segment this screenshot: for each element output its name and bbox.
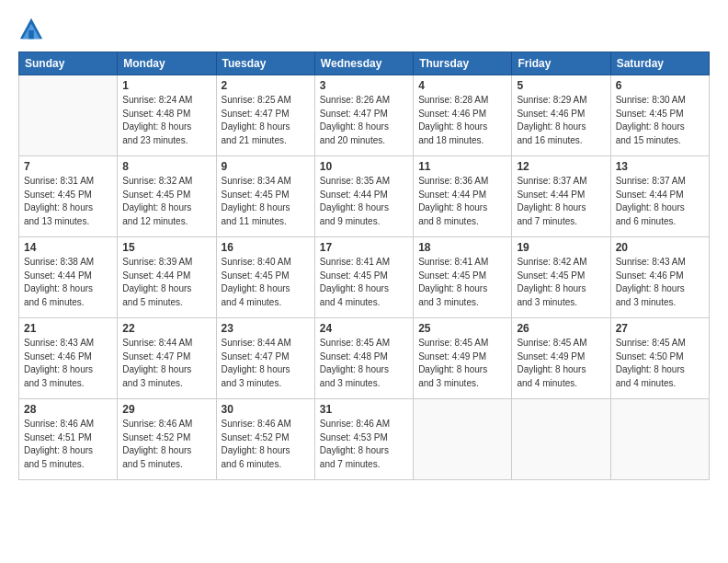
- day-info: Sunrise: 8:44 AM Sunset: 4:47 PM Dayligh…: [122, 337, 210, 390]
- day-info: Sunrise: 8:38 AM Sunset: 4:44 PM Dayligh…: [24, 256, 112, 309]
- calendar-cell: [512, 399, 610, 480]
- calendar-cell: 15Sunrise: 8:39 AM Sunset: 4:44 PM Dayli…: [118, 237, 216, 318]
- day-info: Sunrise: 8:45 AM Sunset: 4:49 PM Dayligh…: [418, 337, 506, 390]
- calendar-cell: 14Sunrise: 8:38 AM Sunset: 4:44 PM Dayli…: [19, 237, 118, 318]
- day-number: 4: [418, 79, 506, 92]
- calendar-cell: 3Sunrise: 8:26 AM Sunset: 4:47 PM Daylig…: [314, 75, 413, 156]
- calendar-cell: 29Sunrise: 8:46 AM Sunset: 4:52 PM Dayli…: [118, 399, 216, 480]
- day-info: Sunrise: 8:39 AM Sunset: 4:44 PM Dayligh…: [122, 256, 210, 309]
- calendar-cell: 10Sunrise: 8:35 AM Sunset: 4:44 PM Dayli…: [314, 156, 413, 237]
- calendar-cell: 6Sunrise: 8:30 AM Sunset: 4:45 PM Daylig…: [610, 75, 709, 156]
- weekday-header-row: SundayMondayTuesdayWednesdayThursdayFrid…: [19, 52, 710, 75]
- calendar-cell: 17Sunrise: 8:41 AM Sunset: 4:45 PM Dayli…: [314, 237, 413, 318]
- calendar-cell: 26Sunrise: 8:45 AM Sunset: 4:49 PM Dayli…: [512, 318, 610, 399]
- day-number: 16: [222, 241, 310, 254]
- day-info: Sunrise: 8:36 AM Sunset: 4:44 PM Dayligh…: [418, 175, 506, 228]
- day-number: 30: [222, 403, 310, 416]
- calendar-cell: 12Sunrise: 8:37 AM Sunset: 4:44 PM Dayli…: [512, 156, 610, 237]
- weekday-header-wednesday: Wednesday: [314, 52, 413, 75]
- calendar-cell: 2Sunrise: 8:25 AM Sunset: 4:47 PM Daylig…: [216, 75, 314, 156]
- day-number: 9: [222, 160, 310, 173]
- day-info: Sunrise: 8:28 AM Sunset: 4:46 PM Dayligh…: [418, 94, 506, 147]
- day-number: 2: [222, 79, 310, 92]
- day-info: Sunrise: 8:37 AM Sunset: 4:44 PM Dayligh…: [517, 175, 605, 228]
- page: SundayMondayTuesdayWednesdayThursdayFrid…: [0, 0, 728, 563]
- day-info: Sunrise: 8:46 AM Sunset: 4:53 PM Dayligh…: [320, 418, 408, 471]
- day-info: Sunrise: 8:43 AM Sunset: 4:46 PM Dayligh…: [616, 256, 704, 309]
- calendar-cell: 22Sunrise: 8:44 AM Sunset: 4:47 PM Dayli…: [118, 318, 216, 399]
- calendar-cell: 21Sunrise: 8:43 AM Sunset: 4:46 PM Dayli…: [19, 318, 118, 399]
- day-number: 22: [122, 322, 210, 335]
- day-info: Sunrise: 8:25 AM Sunset: 4:47 PM Dayligh…: [222, 94, 310, 147]
- day-info: Sunrise: 8:35 AM Sunset: 4:44 PM Dayligh…: [320, 175, 408, 228]
- calendar-cell: 25Sunrise: 8:45 AM Sunset: 4:49 PM Dayli…: [414, 318, 512, 399]
- day-number: 11: [418, 160, 506, 173]
- day-number: 25: [418, 322, 506, 335]
- header: [18, 17, 710, 42]
- weekday-header-saturday: Saturday: [610, 52, 709, 75]
- day-number: 18: [418, 241, 506, 254]
- day-number: 21: [24, 322, 112, 335]
- day-info: Sunrise: 8:46 AM Sunset: 4:52 PM Dayligh…: [222, 418, 310, 471]
- day-number: 8: [122, 160, 210, 173]
- calendar-cell: 27Sunrise: 8:45 AM Sunset: 4:50 PM Dayli…: [610, 318, 709, 399]
- day-info: Sunrise: 8:45 AM Sunset: 4:50 PM Dayligh…: [616, 337, 704, 390]
- day-number: 27: [616, 322, 704, 335]
- day-number: 14: [24, 241, 112, 254]
- day-info: Sunrise: 8:32 AM Sunset: 4:45 PM Dayligh…: [122, 175, 210, 228]
- calendar-cell: 30Sunrise: 8:46 AM Sunset: 4:52 PM Dayli…: [216, 399, 314, 480]
- week-row-3: 21Sunrise: 8:43 AM Sunset: 4:46 PM Dayli…: [19, 318, 710, 399]
- week-row-1: 7Sunrise: 8:31 AM Sunset: 4:45 PM Daylig…: [19, 156, 710, 237]
- week-row-4: 28Sunrise: 8:46 AM Sunset: 4:51 PM Dayli…: [19, 399, 710, 480]
- logo: [18, 17, 48, 42]
- calendar-cell: 11Sunrise: 8:36 AM Sunset: 4:44 PM Dayli…: [414, 156, 512, 237]
- calendar-cell: 7Sunrise: 8:31 AM Sunset: 4:45 PM Daylig…: [19, 156, 118, 237]
- calendar-cell: 24Sunrise: 8:45 AM Sunset: 4:48 PM Dayli…: [314, 318, 413, 399]
- calendar-cell: 18Sunrise: 8:41 AM Sunset: 4:45 PM Dayli…: [414, 237, 512, 318]
- weekday-header-tuesday: Tuesday: [216, 52, 314, 75]
- calendar-cell: 23Sunrise: 8:44 AM Sunset: 4:47 PM Dayli…: [216, 318, 314, 399]
- calendar-cell: 1Sunrise: 8:24 AM Sunset: 4:48 PM Daylig…: [118, 75, 216, 156]
- day-number: 12: [517, 160, 605, 173]
- day-number: 24: [320, 322, 408, 335]
- day-info: Sunrise: 8:40 AM Sunset: 4:45 PM Dayligh…: [222, 256, 310, 309]
- day-info: Sunrise: 8:31 AM Sunset: 4:45 PM Dayligh…: [24, 175, 112, 228]
- weekday-header-friday: Friday: [512, 52, 610, 75]
- logo-icon: [18, 17, 44, 42]
- day-number: 17: [320, 241, 408, 254]
- day-info: Sunrise: 8:30 AM Sunset: 4:45 PM Dayligh…: [616, 94, 704, 147]
- weekday-header-monday: Monday: [118, 52, 216, 75]
- day-info: Sunrise: 8:46 AM Sunset: 4:51 PM Dayligh…: [24, 418, 112, 471]
- calendar-cell: 20Sunrise: 8:43 AM Sunset: 4:46 PM Dayli…: [610, 237, 709, 318]
- day-info: Sunrise: 8:37 AM Sunset: 4:44 PM Dayligh…: [616, 175, 704, 228]
- day-info: Sunrise: 8:24 AM Sunset: 4:48 PM Dayligh…: [122, 94, 210, 147]
- day-info: Sunrise: 8:43 AM Sunset: 4:46 PM Dayligh…: [24, 337, 112, 390]
- day-number: 6: [616, 79, 704, 92]
- calendar-cell: [19, 75, 118, 156]
- calendar-cell: 19Sunrise: 8:42 AM Sunset: 4:45 PM Dayli…: [512, 237, 610, 318]
- day-info: Sunrise: 8:42 AM Sunset: 4:45 PM Dayligh…: [517, 256, 605, 309]
- day-number: 28: [24, 403, 112, 416]
- calendar-table: SundayMondayTuesdayWednesdayThursdayFrid…: [18, 52, 710, 480]
- day-number: 26: [517, 322, 605, 335]
- weekday-header-thursday: Thursday: [414, 52, 512, 75]
- calendar-cell: 9Sunrise: 8:34 AM Sunset: 4:45 PM Daylig…: [216, 156, 314, 237]
- calendar-cell: [414, 399, 512, 480]
- day-number: 29: [122, 403, 210, 416]
- day-info: Sunrise: 8:45 AM Sunset: 4:49 PM Dayligh…: [517, 337, 605, 390]
- day-info: Sunrise: 8:29 AM Sunset: 4:46 PM Dayligh…: [517, 94, 605, 147]
- day-info: Sunrise: 8:46 AM Sunset: 4:52 PM Dayligh…: [122, 418, 210, 471]
- calendar-cell: 16Sunrise: 8:40 AM Sunset: 4:45 PM Dayli…: [216, 237, 314, 318]
- calendar-cell: 5Sunrise: 8:29 AM Sunset: 4:46 PM Daylig…: [512, 75, 610, 156]
- day-info: Sunrise: 8:26 AM Sunset: 4:47 PM Dayligh…: [320, 94, 408, 147]
- day-info: Sunrise: 8:34 AM Sunset: 4:45 PM Dayligh…: [222, 175, 310, 228]
- day-info: Sunrise: 8:41 AM Sunset: 4:45 PM Dayligh…: [418, 256, 506, 309]
- day-info: Sunrise: 8:45 AM Sunset: 4:48 PM Dayligh…: [320, 337, 408, 390]
- day-number: 19: [517, 241, 605, 254]
- week-row-0: 1Sunrise: 8:24 AM Sunset: 4:48 PM Daylig…: [19, 75, 710, 156]
- day-number: 15: [122, 241, 210, 254]
- day-info: Sunrise: 8:44 AM Sunset: 4:47 PM Dayligh…: [222, 337, 310, 390]
- day-number: 23: [222, 322, 310, 335]
- day-info: Sunrise: 8:41 AM Sunset: 4:45 PM Dayligh…: [320, 256, 408, 309]
- day-number: 7: [24, 160, 112, 173]
